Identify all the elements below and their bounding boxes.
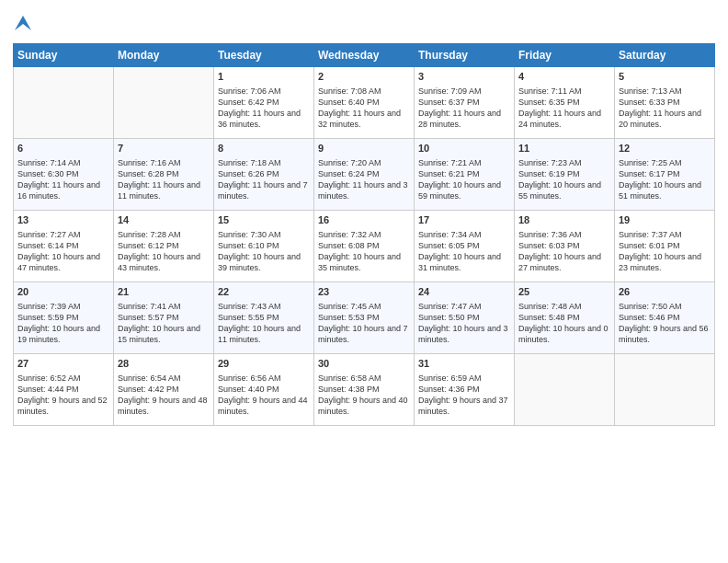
day-detail: Sunrise: 7:11 AM Sunset: 6:35 PM Dayligh… xyxy=(518,86,610,131)
day-number: 19 xyxy=(619,213,711,227)
day-number: 25 xyxy=(518,285,610,299)
day-number: 27 xyxy=(17,357,109,371)
day-number: 30 xyxy=(318,357,410,371)
day-number: 31 xyxy=(418,357,510,371)
day-detail: Sunrise: 7:39 AM Sunset: 5:59 PM Dayligh… xyxy=(17,301,109,346)
day-detail: Sunrise: 7:25 AM Sunset: 6:17 PM Dayligh… xyxy=(619,157,711,202)
day-detail: Sunrise: 7:47 AM Sunset: 5:50 PM Dayligh… xyxy=(418,301,510,346)
page-container: SundayMondayTuesdayWednesdayThursdayFrid… xyxy=(0,0,728,433)
day-number: 14 xyxy=(118,213,210,227)
day-number: 1 xyxy=(218,70,310,84)
weekday-header-tuesday: Tuesday xyxy=(214,44,314,67)
calendar-table: SundayMondayTuesdayWednesdayThursdayFrid… xyxy=(13,43,715,426)
calendar-cell: 10Sunrise: 7:21 AM Sunset: 6:21 PM Dayli… xyxy=(415,139,515,211)
day-detail: Sunrise: 7:50 AM Sunset: 5:46 PM Dayligh… xyxy=(619,301,711,346)
logo xyxy=(13,13,31,36)
calendar-week-row: 27Sunrise: 6:52 AM Sunset: 4:44 PM Dayli… xyxy=(14,354,715,426)
day-number: 21 xyxy=(118,285,210,299)
calendar-cell: 4Sunrise: 7:11 AM Sunset: 6:35 PM Daylig… xyxy=(515,67,615,139)
page-header xyxy=(13,9,715,36)
calendar-cell: 13Sunrise: 7:27 AM Sunset: 6:14 PM Dayli… xyxy=(14,211,114,282)
day-number: 5 xyxy=(619,70,711,84)
calendar-cell: 19Sunrise: 7:37 AM Sunset: 6:01 PM Dayli… xyxy=(615,211,715,282)
calendar-cell: 6Sunrise: 7:14 AM Sunset: 6:30 PM Daylig… xyxy=(14,139,114,211)
day-detail: Sunrise: 7:16 AM Sunset: 6:28 PM Dayligh… xyxy=(118,157,210,202)
day-detail: Sunrise: 6:52 AM Sunset: 4:44 PM Dayligh… xyxy=(17,373,109,418)
calendar-week-row: 1Sunrise: 7:06 AM Sunset: 6:42 PM Daylig… xyxy=(14,67,715,139)
day-number: 16 xyxy=(318,213,410,227)
day-detail: Sunrise: 7:41 AM Sunset: 5:57 PM Dayligh… xyxy=(118,301,210,346)
day-number: 13 xyxy=(17,213,109,227)
calendar-cell: 15Sunrise: 7:30 AM Sunset: 6:10 PM Dayli… xyxy=(214,211,314,282)
calendar-cell: 12Sunrise: 7:25 AM Sunset: 6:17 PM Dayli… xyxy=(615,139,715,211)
calendar-cell: 9Sunrise: 7:20 AM Sunset: 6:24 PM Daylig… xyxy=(314,139,415,211)
day-number: 15 xyxy=(218,213,310,227)
calendar-cell xyxy=(615,354,715,426)
day-detail: Sunrise: 7:43 AM Sunset: 5:55 PM Dayligh… xyxy=(218,301,310,346)
day-detail: Sunrise: 7:45 AM Sunset: 5:53 PM Dayligh… xyxy=(318,301,410,346)
day-detail: Sunrise: 7:34 AM Sunset: 6:05 PM Dayligh… xyxy=(418,229,510,274)
calendar-cell: 24Sunrise: 7:47 AM Sunset: 5:50 PM Dayli… xyxy=(415,282,515,354)
day-detail: Sunrise: 7:06 AM Sunset: 6:42 PM Dayligh… xyxy=(218,86,310,131)
calendar-cell xyxy=(114,67,214,139)
day-detail: Sunrise: 7:14 AM Sunset: 6:30 PM Dayligh… xyxy=(17,157,109,202)
day-number: 24 xyxy=(418,285,510,299)
day-number: 3 xyxy=(418,70,510,84)
day-detail: Sunrise: 6:59 AM Sunset: 4:36 PM Dayligh… xyxy=(418,373,510,418)
weekday-header-saturday: Saturday xyxy=(615,44,715,67)
day-detail: Sunrise: 7:27 AM Sunset: 6:14 PM Dayligh… xyxy=(17,229,109,274)
calendar-week-row: 13Sunrise: 7:27 AM Sunset: 6:14 PM Dayli… xyxy=(14,211,715,282)
calendar-cell: 23Sunrise: 7:45 AM Sunset: 5:53 PM Dayli… xyxy=(314,282,415,354)
weekday-header-wednesday: Wednesday xyxy=(314,44,415,67)
calendar-cell: 22Sunrise: 7:43 AM Sunset: 5:55 PM Dayli… xyxy=(214,282,314,354)
weekday-header-sunday: Sunday xyxy=(14,44,114,67)
calendar-cell: 17Sunrise: 7:34 AM Sunset: 6:05 PM Dayli… xyxy=(415,211,515,282)
day-number: 10 xyxy=(418,142,510,155)
weekday-header-thursday: Thursday xyxy=(415,44,515,67)
calendar-cell: 21Sunrise: 7:41 AM Sunset: 5:57 PM Dayli… xyxy=(114,282,214,354)
calendar-week-row: 20Sunrise: 7:39 AM Sunset: 5:59 PM Dayli… xyxy=(14,282,715,354)
weekday-header-friday: Friday xyxy=(515,44,615,67)
day-number: 6 xyxy=(17,142,109,155)
calendar-cell: 16Sunrise: 7:32 AM Sunset: 6:08 PM Dayli… xyxy=(314,211,415,282)
calendar-cell: 25Sunrise: 7:48 AM Sunset: 5:48 PM Dayli… xyxy=(515,282,615,354)
calendar-cell: 8Sunrise: 7:18 AM Sunset: 6:26 PM Daylig… xyxy=(214,139,314,211)
calendar-cell: 27Sunrise: 6:52 AM Sunset: 4:44 PM Dayli… xyxy=(14,354,114,426)
day-number: 12 xyxy=(619,142,711,155)
calendar-cell: 29Sunrise: 6:56 AM Sunset: 4:40 PM Dayli… xyxy=(214,354,314,426)
day-detail: Sunrise: 7:36 AM Sunset: 6:03 PM Dayligh… xyxy=(518,229,610,274)
calendar-cell: 20Sunrise: 7:39 AM Sunset: 5:59 PM Dayli… xyxy=(14,282,114,354)
weekday-header-row: SundayMondayTuesdayWednesdayThursdayFrid… xyxy=(14,44,715,67)
day-detail: Sunrise: 7:13 AM Sunset: 6:33 PM Dayligh… xyxy=(619,86,711,131)
day-detail: Sunrise: 7:32 AM Sunset: 6:08 PM Dayligh… xyxy=(318,229,410,274)
svg-marker-0 xyxy=(15,16,31,30)
logo-arrow-icon xyxy=(15,15,31,31)
day-detail: Sunrise: 7:48 AM Sunset: 5:48 PM Dayligh… xyxy=(518,301,610,346)
calendar-cell: 28Sunrise: 6:54 AM Sunset: 4:42 PM Dayli… xyxy=(114,354,214,426)
calendar-cell: 5Sunrise: 7:13 AM Sunset: 6:33 PM Daylig… xyxy=(615,67,715,139)
day-detail: Sunrise: 7:23 AM Sunset: 6:19 PM Dayligh… xyxy=(518,157,610,202)
day-detail: Sunrise: 7:09 AM Sunset: 6:37 PM Dayligh… xyxy=(418,86,510,131)
day-detail: Sunrise: 7:21 AM Sunset: 6:21 PM Dayligh… xyxy=(418,157,510,202)
day-number: 7 xyxy=(118,142,210,155)
calendar-cell: 26Sunrise: 7:50 AM Sunset: 5:46 PM Dayli… xyxy=(615,282,715,354)
calendar-cell: 2Sunrise: 7:08 AM Sunset: 6:40 PM Daylig… xyxy=(314,67,415,139)
day-number: 28 xyxy=(118,357,210,371)
day-number: 8 xyxy=(218,142,310,155)
day-number: 4 xyxy=(518,70,610,84)
calendar-week-row: 6Sunrise: 7:14 AM Sunset: 6:30 PM Daylig… xyxy=(14,139,715,211)
day-detail: Sunrise: 7:28 AM Sunset: 6:12 PM Dayligh… xyxy=(118,229,210,274)
calendar-cell xyxy=(14,67,114,139)
day-number: 9 xyxy=(318,142,410,155)
calendar-cell: 30Sunrise: 6:58 AM Sunset: 4:38 PM Dayli… xyxy=(314,354,415,426)
day-detail: Sunrise: 7:08 AM Sunset: 6:40 PM Dayligh… xyxy=(318,86,410,131)
calendar-cell: 11Sunrise: 7:23 AM Sunset: 6:19 PM Dayli… xyxy=(515,139,615,211)
day-number: 18 xyxy=(518,213,610,227)
day-number: 20 xyxy=(17,285,109,299)
day-number: 22 xyxy=(218,285,310,299)
day-detail: Sunrise: 7:37 AM Sunset: 6:01 PM Dayligh… xyxy=(619,229,711,274)
day-detail: Sunrise: 6:54 AM Sunset: 4:42 PM Dayligh… xyxy=(118,373,210,418)
day-number: 11 xyxy=(518,142,610,155)
calendar-cell: 31Sunrise: 6:59 AM Sunset: 4:36 PM Dayli… xyxy=(415,354,515,426)
day-detail: Sunrise: 6:56 AM Sunset: 4:40 PM Dayligh… xyxy=(218,373,310,418)
